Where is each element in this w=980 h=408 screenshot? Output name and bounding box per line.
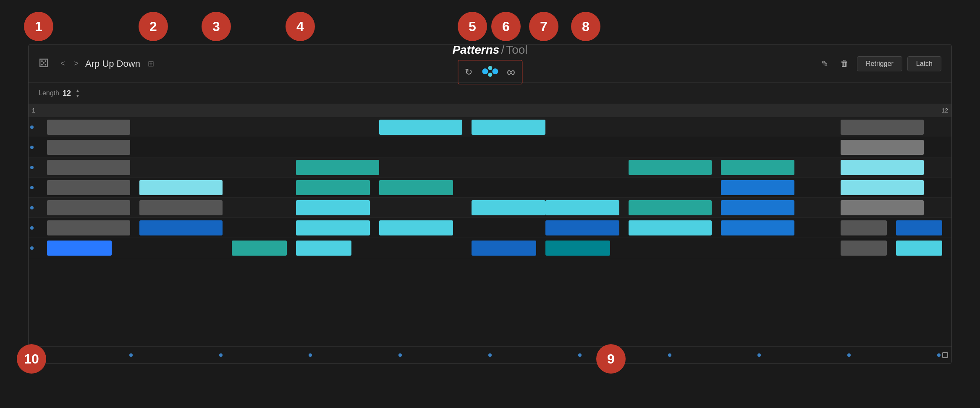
note-block[interactable] xyxy=(841,220,887,235)
note-block[interactable] xyxy=(47,140,130,155)
note-row-4 xyxy=(29,178,951,198)
annotation-5: 5 xyxy=(458,12,487,41)
note-block[interactable] xyxy=(296,200,370,215)
note-block[interactable] xyxy=(139,220,223,235)
dots-pattern-icon[interactable] xyxy=(480,63,499,81)
trash-button[interactable]: 🗑 xyxy=(837,56,852,71)
note-block[interactable] xyxy=(47,200,130,215)
note-row-7 xyxy=(29,238,951,258)
length-stepper[interactable]: ▲ ▼ xyxy=(74,88,81,99)
note-block[interactable] xyxy=(379,180,453,195)
note-block[interactable] xyxy=(232,241,287,256)
scroll-dot xyxy=(129,353,133,357)
note-block[interactable] xyxy=(379,220,453,235)
note-block[interactable] xyxy=(47,241,112,256)
row-dot-5 xyxy=(30,206,34,209)
annotation-8: 8 xyxy=(571,12,600,41)
note-block[interactable] xyxy=(47,180,130,195)
note-block[interactable] xyxy=(841,140,924,155)
note-block[interactable] xyxy=(296,241,351,256)
scroll-handle-right[interactable] xyxy=(942,352,948,358)
note-block[interactable] xyxy=(721,220,795,235)
pencil-button[interactable]: ✎ xyxy=(818,56,832,71)
annotation-6: 6 xyxy=(491,12,521,41)
length-down-button[interactable]: ▼ xyxy=(74,94,81,99)
main-panel: ⚄ < > Arp Up Down ⊞ Patterns / Tool ↻ xyxy=(28,44,952,364)
scroll-dots xyxy=(38,353,942,357)
note-block[interactable] xyxy=(472,120,545,135)
row-dot-3 xyxy=(30,166,34,169)
note-block[interactable] xyxy=(841,200,924,215)
note-block[interactable] xyxy=(721,200,795,215)
note-row-6 xyxy=(29,218,951,238)
note-block[interactable] xyxy=(721,160,795,175)
next-button[interactable]: > xyxy=(72,58,81,70)
infinity-icon[interactable]: ∞ xyxy=(507,65,515,79)
note-block[interactable] xyxy=(139,180,223,195)
note-block[interactable] xyxy=(841,241,887,256)
note-block[interactable] xyxy=(296,160,379,175)
header-right: ✎ 🗑 Retrigger Latch xyxy=(818,56,941,71)
note-block[interactable] xyxy=(472,241,536,256)
note-block[interactable] xyxy=(896,220,942,235)
note-block[interactable] xyxy=(721,180,795,195)
prev-button[interactable]: < xyxy=(58,58,68,70)
scroll-dot xyxy=(398,353,402,357)
scroll-dot xyxy=(578,353,582,357)
note-row-3 xyxy=(29,157,951,178)
scroll-handle-left[interactable] xyxy=(32,352,38,358)
piano-roll: 1 12 xyxy=(29,104,951,363)
title-row: Patterns / Tool xyxy=(452,43,527,57)
roll-start-label: 1 xyxy=(32,107,35,114)
note-block[interactable] xyxy=(545,200,619,215)
note-block[interactable] xyxy=(47,220,130,235)
roll-footer xyxy=(29,346,951,363)
note-rows xyxy=(29,117,951,346)
note-block[interactable] xyxy=(139,200,223,215)
preset-save-icon[interactable]: ⊞ xyxy=(148,59,154,68)
row-dot-6 xyxy=(30,226,34,230)
pattern-controls: ↻ ∞ xyxy=(458,60,522,84)
scroll-dot xyxy=(937,353,941,357)
svg-point-2 xyxy=(492,68,498,74)
note-block[interactable] xyxy=(841,180,924,195)
title-divider: / xyxy=(501,43,504,57)
note-block[interactable] xyxy=(896,241,942,256)
scroll-dot xyxy=(847,353,851,357)
note-block[interactable] xyxy=(629,200,712,215)
note-block[interactable] xyxy=(841,160,924,175)
retrigger-button[interactable]: Retrigger xyxy=(857,56,902,71)
scroll-dot xyxy=(668,353,671,357)
note-row-5 xyxy=(29,198,951,218)
header: ⚄ < > Arp Up Down ⊞ Patterns / Tool ↻ xyxy=(29,45,951,83)
note-block[interactable] xyxy=(379,120,462,135)
refresh-button[interactable]: ↻ xyxy=(465,67,472,78)
length-label: Length xyxy=(39,89,59,97)
note-block[interactable] xyxy=(472,200,545,215)
scroll-dot xyxy=(39,353,43,357)
length-up-button[interactable]: ▲ xyxy=(74,88,81,93)
scroll-dot xyxy=(219,353,223,357)
preset-name: Arp Up Down xyxy=(85,58,140,69)
scroll-dot xyxy=(488,353,492,357)
svg-point-1 xyxy=(488,66,492,70)
dice-icon[interactable]: ⚄ xyxy=(39,56,54,71)
note-block[interactable] xyxy=(629,160,712,175)
row-dot-4 xyxy=(30,186,34,189)
row-dot-7 xyxy=(30,246,34,250)
annotation-3: 3 xyxy=(202,12,231,41)
roll-content[interactable] xyxy=(29,117,951,346)
annotation-2: 2 xyxy=(139,12,168,41)
note-block[interactable] xyxy=(47,120,130,135)
note-block[interactable] xyxy=(545,241,610,256)
note-block[interactable] xyxy=(296,180,370,195)
note-block[interactable] xyxy=(47,160,130,175)
scroll-dot xyxy=(757,353,761,357)
note-block[interactable] xyxy=(296,220,370,235)
roll-header: 1 12 xyxy=(29,104,951,117)
note-block[interactable] xyxy=(545,220,619,235)
note-block[interactable] xyxy=(629,220,712,235)
latch-button[interactable]: Latch xyxy=(907,56,941,71)
refresh-icon: ↻ xyxy=(465,67,472,78)
note-block[interactable] xyxy=(841,120,924,135)
